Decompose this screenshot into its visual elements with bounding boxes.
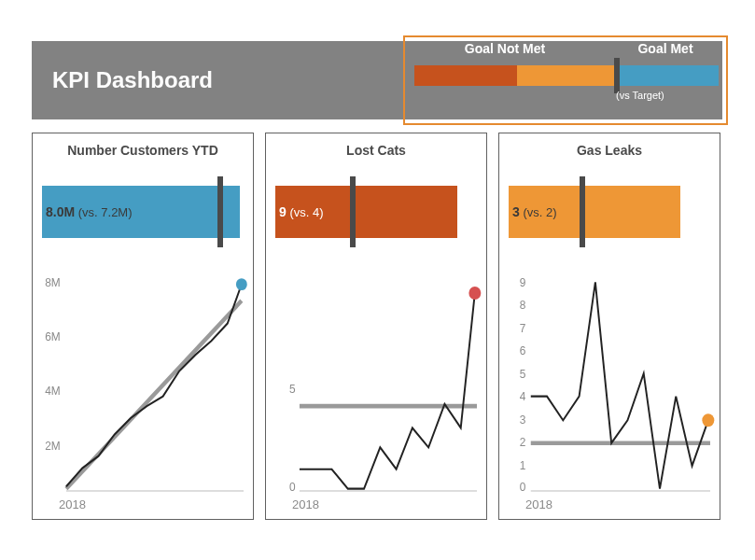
bullet-vs: (vs. 7.2M) bbox=[75, 205, 132, 219]
bullet-vs: (vs. 2) bbox=[520, 205, 557, 219]
legend-sub-label: (vs Target) bbox=[616, 90, 664, 101]
y-tick-label: 9 bbox=[520, 276, 526, 290]
legend-segment-light-orange bbox=[517, 65, 614, 86]
y-tick-label: 2 bbox=[520, 436, 526, 450]
bullet-value: 3 bbox=[512, 204, 520, 219]
y-tick-label: 5 bbox=[520, 367, 526, 381]
actual-line bbox=[300, 293, 475, 489]
bullet-label: 9 (vs. 4) bbox=[279, 204, 324, 219]
bullet-label: 3 (vs. 2) bbox=[512, 204, 557, 219]
bullet-target-marker bbox=[580, 176, 585, 247]
legend-label-not-met: Goal Not Met bbox=[405, 41, 605, 56]
legend-target-marker bbox=[614, 58, 620, 93]
y-tick-label: 7 bbox=[520, 322, 526, 336]
y-tick-label: 4M bbox=[45, 385, 60, 399]
legend-highlight-box: Goal Not Met Goal Met (vs Target) bbox=[403, 35, 728, 125]
y-tick-label: 3 bbox=[520, 413, 526, 427]
last-point-icon bbox=[468, 287, 481, 300]
last-point-icon bbox=[236, 278, 247, 290]
actual-line bbox=[66, 285, 242, 487]
bullet-chart: 9 (vs. 4) bbox=[266, 186, 486, 238]
y-tick-label: 4 bbox=[520, 390, 526, 404]
card-title: Gas Leaks bbox=[499, 133, 720, 158]
bullet-vs: (vs. 4) bbox=[287, 205, 324, 219]
bullet-label: 8.0M (vs. 7.2M) bbox=[46, 204, 133, 219]
x-axis-year: 2018 bbox=[59, 497, 86, 511]
actual-line bbox=[531, 282, 708, 488]
kpi-card-customers: Number Customers YTD 8.0M (vs. 7.2M) 8M … bbox=[32, 133, 254, 520]
y-tick-label: 8M bbox=[45, 276, 60, 290]
kpi-card-row: Number Customers YTD 8.0M (vs. 7.2M) 8M … bbox=[32, 133, 722, 520]
bullet-chart: 3 (vs. 2) bbox=[499, 186, 720, 238]
trend-chart: 9 8 7 6 5 4 3 2 1 0 bbox=[509, 273, 710, 491]
legend-segment-blue bbox=[620, 65, 719, 86]
bullet-target-marker bbox=[350, 176, 356, 247]
y-tick-label: 1 bbox=[520, 458, 526, 472]
y-tick-label: 2M bbox=[45, 439, 60, 453]
card-title: Lost Cats bbox=[266, 133, 486, 158]
bullet-target-marker bbox=[217, 176, 223, 247]
trend-chart: 5 0 bbox=[275, 273, 477, 491]
bullet-chart: 8.0M (vs. 7.2M) bbox=[33, 186, 253, 238]
card-title: Number Customers YTD bbox=[33, 133, 253, 158]
bullet-value: 8.0M bbox=[46, 204, 75, 219]
y-tick-label: 6 bbox=[520, 344, 526, 358]
trend-chart: 8M 6M 4M 2M bbox=[42, 273, 244, 491]
last-point-icon bbox=[702, 413, 714, 427]
kpi-card-gas-leaks: Gas Leaks 3 (vs. 2) 9 8 7 6 5 4 3 2 1 0 bbox=[498, 133, 720, 520]
kpi-card-lost-cats: Lost Cats 9 (vs. 4) 5 0 2018 bbox=[265, 133, 487, 520]
legend-label-met: Goal Met bbox=[605, 41, 726, 56]
x-axis-year: 2018 bbox=[525, 497, 552, 511]
legend-segment-dark-orange bbox=[414, 65, 517, 86]
page-title: KPI Dashboard bbox=[32, 67, 213, 93]
legend-bar bbox=[414, 65, 719, 86]
bullet-value: 9 bbox=[279, 204, 287, 219]
x-axis-year: 2018 bbox=[292, 497, 319, 511]
y-tick-label: 5 bbox=[289, 383, 296, 397]
y-tick-label: 8 bbox=[520, 299, 526, 313]
y-tick-label: 0 bbox=[520, 481, 526, 495]
y-tick-label: 6M bbox=[45, 330, 60, 344]
y-tick-label: 0 bbox=[289, 481, 296, 495]
